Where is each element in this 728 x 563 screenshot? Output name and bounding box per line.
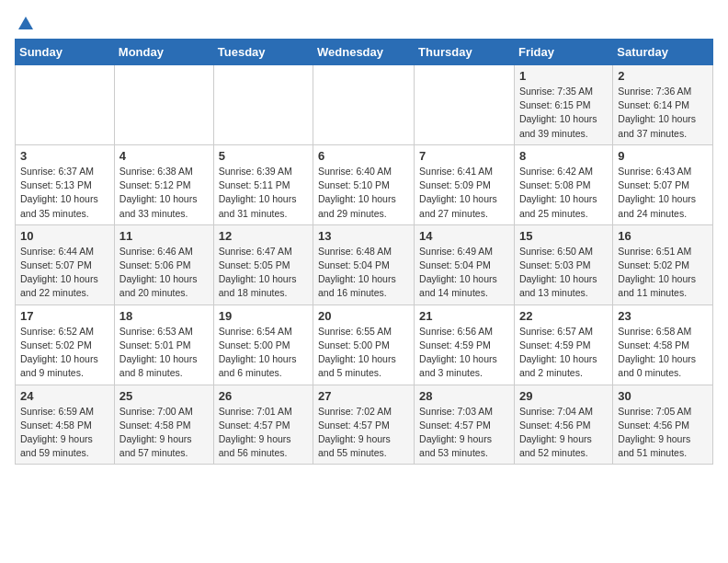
day-info: Sunrise: 7:04 AMSunset: 4:56 PMDaylight:…	[519, 405, 608, 461]
day-number: 22	[519, 309, 608, 323]
day-number: 15	[519, 229, 608, 243]
calendar-cell: 24Sunrise: 6:59 AMSunset: 4:58 PMDayligh…	[16, 385, 115, 465]
day-number: 6	[318, 149, 409, 163]
logo	[15, 15, 35, 31]
calendar-cell: 4Sunrise: 6:38 AMSunset: 5:12 PMDaylight…	[114, 144, 213, 224]
day-number: 4	[119, 149, 209, 163]
calendar-week-row: 24Sunrise: 6:59 AMSunset: 4:58 PMDayligh…	[16, 385, 713, 465]
day-number: 14	[419, 229, 509, 243]
calendar-cell: 9Sunrise: 6:43 AMSunset: 5:07 PMDaylight…	[613, 144, 713, 224]
calendar-cell: 29Sunrise: 7:04 AMSunset: 4:56 PMDayligh…	[514, 385, 612, 465]
day-number: 26	[219, 389, 308, 403]
day-info: Sunrise: 7:00 AMSunset: 4:58 PMDaylight:…	[119, 405, 209, 461]
day-info: Sunrise: 7:36 AMSunset: 6:14 PMDaylight:…	[618, 85, 708, 141]
calendar-cell: 5Sunrise: 6:39 AMSunset: 5:11 PMDaylight…	[213, 144, 313, 224]
day-info: Sunrise: 6:44 AMSunset: 5:07 PMDaylight:…	[20, 245, 109, 301]
calendar-cell	[114, 65, 213, 145]
day-number: 7	[419, 149, 509, 163]
calendar-header-row: SundayMondayTuesdayWednesdayThursdayFrid…	[16, 40, 713, 65]
day-of-week-header: Saturday	[613, 40, 713, 65]
day-info: Sunrise: 6:52 AMSunset: 5:02 PMDaylight:…	[20, 325, 109, 381]
day-number: 10	[20, 229, 109, 243]
calendar-cell: 23Sunrise: 6:58 AMSunset: 4:58 PMDayligh…	[613, 304, 713, 385]
day-of-week-header: Sunday	[16, 40, 115, 65]
day-info: Sunrise: 6:54 AMSunset: 5:00 PMDaylight:…	[219, 325, 308, 381]
day-number: 1	[519, 69, 608, 83]
calendar-cell	[16, 65, 115, 145]
calendar-cell: 8Sunrise: 6:42 AMSunset: 5:08 PMDaylight…	[514, 144, 612, 224]
calendar-cell: 3Sunrise: 6:37 AMSunset: 5:13 PMDaylight…	[16, 144, 115, 224]
day-info: Sunrise: 6:37 AMSunset: 5:13 PMDaylight:…	[20, 165, 109, 221]
day-info: Sunrise: 6:48 AMSunset: 5:04 PMDaylight:…	[318, 245, 409, 301]
logo-icon	[17, 15, 35, 33]
day-info: Sunrise: 6:43 AMSunset: 5:07 PMDaylight:…	[618, 165, 708, 221]
calendar-cell: 2Sunrise: 7:36 AMSunset: 6:14 PMDaylight…	[613, 65, 713, 145]
calendar-table: SundayMondayTuesdayWednesdayThursdayFrid…	[15, 39, 713, 465]
calendar-cell	[415, 65, 515, 145]
calendar-cell: 18Sunrise: 6:53 AMSunset: 5:01 PMDayligh…	[114, 304, 213, 385]
day-number: 23	[618, 309, 708, 323]
day-info: Sunrise: 6:41 AMSunset: 5:09 PMDaylight:…	[419, 165, 509, 221]
calendar-cell: 10Sunrise: 6:44 AMSunset: 5:07 PMDayligh…	[16, 224, 115, 304]
calendar-cell: 19Sunrise: 6:54 AMSunset: 5:00 PMDayligh…	[213, 304, 313, 385]
day-of-week-header: Monday	[114, 40, 213, 65]
calendar-week-row: 1Sunrise: 7:35 AMSunset: 6:15 PMDaylight…	[16, 65, 713, 145]
day-info: Sunrise: 7:01 AMSunset: 4:57 PMDaylight:…	[219, 405, 308, 461]
day-info: Sunrise: 6:39 AMSunset: 5:11 PMDaylight:…	[219, 165, 308, 221]
day-of-week-header: Wednesday	[313, 40, 415, 65]
day-info: Sunrise: 6:42 AMSunset: 5:08 PMDaylight:…	[519, 165, 608, 221]
day-number: 24	[20, 389, 109, 403]
day-info: Sunrise: 6:58 AMSunset: 4:58 PMDaylight:…	[618, 325, 708, 381]
day-info: Sunrise: 6:59 AMSunset: 4:58 PMDaylight:…	[20, 405, 109, 461]
day-number: 16	[618, 229, 708, 243]
day-info: Sunrise: 6:40 AMSunset: 5:10 PMDaylight:…	[318, 165, 409, 221]
day-number: 18	[119, 309, 209, 323]
day-info: Sunrise: 6:56 AMSunset: 4:59 PMDaylight:…	[419, 325, 509, 381]
calendar-cell	[213, 65, 313, 145]
day-info: Sunrise: 6:57 AMSunset: 4:59 PMDaylight:…	[519, 325, 608, 381]
day-info: Sunrise: 7:03 AMSunset: 4:57 PMDaylight:…	[419, 405, 509, 461]
day-info: Sunrise: 6:38 AMSunset: 5:12 PMDaylight:…	[119, 165, 209, 221]
calendar-cell: 13Sunrise: 6:48 AMSunset: 5:04 PMDayligh…	[313, 224, 415, 304]
day-number: 2	[618, 69, 708, 83]
day-of-week-header: Tuesday	[213, 40, 313, 65]
calendar-week-row: 3Sunrise: 6:37 AMSunset: 5:13 PMDaylight…	[16, 144, 713, 224]
calendar-cell: 30Sunrise: 7:05 AMSunset: 4:56 PMDayligh…	[613, 385, 713, 465]
day-number: 19	[219, 309, 308, 323]
day-info: Sunrise: 6:50 AMSunset: 5:03 PMDaylight:…	[519, 245, 608, 301]
calendar-cell: 15Sunrise: 6:50 AMSunset: 5:03 PMDayligh…	[514, 224, 612, 304]
day-number: 27	[318, 389, 409, 403]
day-of-week-header: Thursday	[415, 40, 515, 65]
calendar-cell: 6Sunrise: 6:40 AMSunset: 5:10 PMDaylight…	[313, 144, 415, 224]
calendar-cell: 21Sunrise: 6:56 AMSunset: 4:59 PMDayligh…	[415, 304, 515, 385]
calendar-cell: 27Sunrise: 7:02 AMSunset: 4:57 PMDayligh…	[313, 385, 415, 465]
calendar-cell: 12Sunrise: 6:47 AMSunset: 5:05 PMDayligh…	[213, 224, 313, 304]
day-info: Sunrise: 6:47 AMSunset: 5:05 PMDaylight:…	[219, 245, 308, 301]
calendar-cell	[313, 65, 415, 145]
day-number: 13	[318, 229, 409, 243]
day-info: Sunrise: 6:55 AMSunset: 5:00 PMDaylight:…	[318, 325, 409, 381]
day-info: Sunrise: 7:05 AMSunset: 4:56 PMDaylight:…	[618, 405, 708, 461]
day-number: 12	[219, 229, 308, 243]
day-info: Sunrise: 6:46 AMSunset: 5:06 PMDaylight:…	[119, 245, 209, 301]
calendar-cell: 20Sunrise: 6:55 AMSunset: 5:00 PMDayligh…	[313, 304, 415, 385]
calendar-cell: 26Sunrise: 7:01 AMSunset: 4:57 PMDayligh…	[213, 385, 313, 465]
page-header	[15, 15, 713, 31]
day-info: Sunrise: 6:49 AMSunset: 5:04 PMDaylight:…	[419, 245, 509, 301]
calendar-cell: 11Sunrise: 6:46 AMSunset: 5:06 PMDayligh…	[114, 224, 213, 304]
calendar-cell: 7Sunrise: 6:41 AMSunset: 5:09 PMDaylight…	[415, 144, 515, 224]
day-info: Sunrise: 6:51 AMSunset: 5:02 PMDaylight:…	[618, 245, 708, 301]
calendar-cell: 17Sunrise: 6:52 AMSunset: 5:02 PMDayligh…	[16, 304, 115, 385]
day-number: 20	[318, 309, 409, 323]
calendar-cell: 16Sunrise: 6:51 AMSunset: 5:02 PMDayligh…	[613, 224, 713, 304]
day-number: 5	[219, 149, 308, 163]
calendar-week-row: 10Sunrise: 6:44 AMSunset: 5:07 PMDayligh…	[16, 224, 713, 304]
day-number: 30	[618, 389, 708, 403]
day-info: Sunrise: 7:35 AMSunset: 6:15 PMDaylight:…	[519, 85, 608, 141]
day-of-week-header: Friday	[514, 40, 612, 65]
day-number: 29	[519, 389, 608, 403]
day-number: 9	[618, 149, 708, 163]
calendar-cell: 25Sunrise: 7:00 AMSunset: 4:58 PMDayligh…	[114, 385, 213, 465]
day-number: 17	[20, 309, 109, 323]
day-number: 25	[119, 389, 209, 403]
